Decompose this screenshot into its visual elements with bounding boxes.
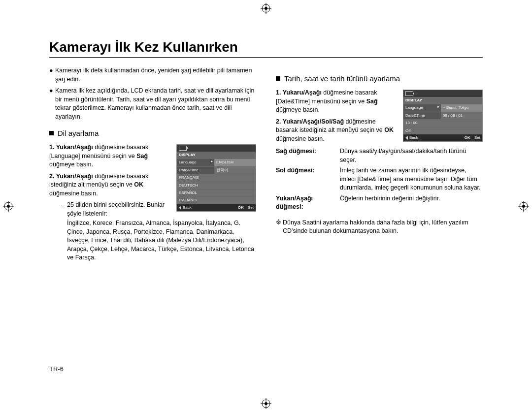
page-content: Kamerayı İlk Kez Kullanırken ● Kamerayı …: [49, 39, 483, 373]
lcd-tab: DISPLAY: [403, 97, 482, 104]
language-list: İngilizce, Korece, Fransızca, Almanca, İ…: [67, 219, 256, 262]
lcd-row-value: + Seoul, Tokyo: [441, 104, 482, 111]
def-value: İmleç tarih ve zaman ayarının ilk öğesin…: [340, 166, 483, 192]
lcd-list-item: Off: [403, 127, 482, 134]
def-key: Sol düğmesi:: [276, 166, 340, 192]
intro-bullet-text: Kamerayı ilk defa kullanmadan önce, yeni…: [55, 66, 256, 84]
step-label: 1. Yukarı/Aşağı: [49, 144, 93, 151]
step-bold: Sağ: [366, 98, 378, 105]
lcd-list-item: 13 : 00: [403, 119, 482, 127]
svg-point-3: [265, 7, 267, 10]
page-number: TR-6: [49, 365, 64, 373]
step-tail: düğmeye basın.: [49, 161, 93, 168]
lcd-list-item: FRANÇAIS: [177, 174, 256, 181]
step-label: 2. Yukarı/Aşağı/Sol/Sağ: [276, 118, 344, 125]
asterisk-icon: ※: [276, 219, 283, 236]
lcd-footer-back: Back: [183, 205, 192, 210]
lcd-row-key: Date&Time: [403, 112, 436, 119]
square-bullet-icon: [49, 131, 54, 135]
left-column: ● Kamerayı ilk defa kullanmadan önce, ye…: [49, 66, 256, 265]
button-definitions: Sağ düğmesi:Dünya saati/yıl/ay/gün/saat/…: [276, 147, 483, 212]
lcd-footer-set: Set: [474, 135, 480, 140]
lcd-row-value: 한국어: [214, 167, 256, 174]
step-tail: düğmesine basın.: [276, 135, 325, 142]
lcd-footer-back: Back: [409, 135, 418, 140]
step-tail: düğmeye basın.: [276, 106, 320, 113]
lcd-list-item: ESPAÑOL: [177, 189, 256, 196]
lcd-row-key: Date&Time: [177, 167, 209, 174]
lcd-row-value: ENGLISH: [214, 159, 256, 166]
back-arrow-icon: [179, 206, 181, 210]
step-bold: OK: [384, 127, 394, 133]
lcd-list-item: DEUTSCH: [177, 182, 256, 189]
lcd-footer-set: Set: [248, 205, 254, 210]
def-key: Yukarı/Aşağı düğmesi:: [276, 194, 340, 212]
registration-mark-icon: [518, 201, 529, 212]
lcd-row-key: Language: [177, 159, 209, 166]
lcd-list-item: ITALIANO: [177, 196, 256, 204]
step-label: 2. Yukarı/Aşağı: [49, 173, 93, 180]
registration-mark-icon: [3, 201, 14, 212]
lcd-row-key: Language: [403, 104, 436, 111]
lcd-footer-ok: OK: [465, 135, 470, 140]
svg-point-7: [265, 402, 267, 405]
lcd-tab: DISPLAY: [177, 152, 256, 158]
page-title: Kamerayı İlk Kez Kullanırken: [49, 39, 483, 58]
back-arrow-icon: [405, 136, 408, 140]
section-heading-label: Dil ayarlama: [58, 128, 99, 138]
svg-point-15: [522, 205, 525, 208]
section-heading-label: Tarih, saat ve tarih türünü ayarlama: [284, 73, 400, 84]
right-column: Tarih, saat ve tarih türünü ayarlama DIS…: [276, 66, 483, 265]
step-bold: OK: [134, 181, 143, 188]
bullet-icon: ●: [49, 66, 55, 84]
section-heading-language: Dil ayarlama: [49, 128, 256, 138]
lcd-footer-ok: OK: [238, 205, 244, 210]
svg-point-11: [7, 205, 10, 208]
step-tail: düğmesine basın.: [49, 190, 98, 197]
lcd-mock-datetime: DISPLAY Language▸+ Seoul, Tokyo Date&Tim…: [403, 90, 483, 142]
section-heading-datetime: Tarih, saat ve tarih türünü ayarlama: [276, 73, 483, 84]
battery-icon: [405, 91, 413, 96]
language-note-lead: 25 dilden birini seçebilirsiniz. Bunlar …: [67, 201, 171, 218]
def-value: Dünya saati/yıl/ay/gün/saat/dakika/tarih…: [340, 147, 483, 164]
registration-mark-icon: [261, 398, 271, 409]
registration-mark-icon: [261, 3, 271, 14]
intro-bullet-text: Kamera ilk kez açıldığında, LCD ekranda …: [55, 87, 256, 121]
bullet-icon: ●: [49, 87, 55, 121]
square-bullet-icon: [276, 76, 280, 81]
lcd-row-value: 08 / 08 / 01: [441, 112, 482, 119]
intro-bullet: ● Kamerayı ilk defa kullanmadan önce, ye…: [49, 66, 256, 84]
battery-icon: [179, 146, 187, 151]
footnote: ※ Dünya Saatini ayarlama hakkında daha f…: [276, 219, 483, 236]
step-bold: Sağ: [136, 153, 148, 159]
def-key: Sağ düğmesi:: [276, 147, 340, 164]
lcd-mock-language: DISPLAY Language▸ENGLISH Date&Time한국어 FR…: [176, 144, 256, 212]
intro-bullet: ● Kamera ilk kez açıldığında, LCD ekrand…: [49, 87, 256, 121]
footnote-text: Dünya Saatini ayarlama hakkında daha faz…: [283, 219, 483, 236]
step-label: 1. Yukaru/Aşağı: [276, 89, 322, 96]
def-value: Öğelerin herbirinin değerini değiştirir.: [340, 194, 483, 212]
